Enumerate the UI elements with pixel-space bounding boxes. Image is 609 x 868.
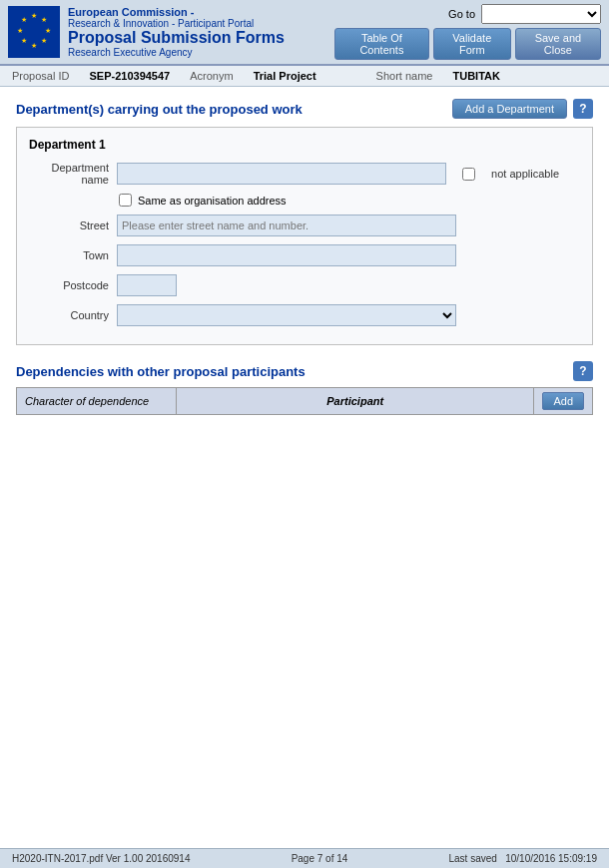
footer-last-saved-value: 10/10/2016 15:09:19 — [505, 853, 597, 864]
dependencies-title: Dependencies with other proposal partici… — [16, 364, 305, 379]
eu-flag-icon: ★ ★ ★ ★ ★ ★ ★ ★ — [8, 6, 60, 58]
save-and-close-button[interactable]: Save and Close — [515, 28, 601, 60]
svg-text:★: ★ — [45, 27, 51, 34]
dept1-title: Department 1 — [29, 138, 580, 152]
departments-help-button[interactable]: ? — [573, 99, 593, 119]
header-text: European Commission - Research & Innovat… — [60, 6, 334, 58]
street-input[interactable] — [117, 215, 456, 236]
proposal-info-bar: Proposal ID SEP-210394547 Acronym Trial … — [0, 66, 609, 87]
not-applicable-checkbox-group: not applicable — [462, 168, 559, 181]
header-right: Go to Table Of Contents Validate Form Sa… — [334, 4, 601, 60]
table-of-contents-button[interactable]: Table Of Contents — [334, 28, 429, 60]
header: ★ ★ ★ ★ ★ ★ ★ ★ European Commission - Re… — [0, 0, 609, 66]
postcode-input[interactable] — [117, 274, 177, 296]
dep-table-header-row: Character of dependence Participant Add — [17, 388, 593, 415]
add-col-header: Add — [534, 388, 593, 415]
proposal-id-value: SEP-210394547 — [89, 70, 170, 82]
dependencies-table: Character of dependence Participant Add — [16, 387, 593, 415]
dept-name-row: Department name not applicable — [29, 162, 580, 186]
dept-header-actions: Add a Department ? — [452, 99, 593, 119]
char-col-header: Character of dependence — [17, 388, 177, 415]
street-label: Street — [29, 219, 109, 231]
same-as-org-checkbox[interactable] — [119, 194, 132, 207]
dept-name-label: Department name — [29, 162, 109, 186]
dependencies-help-button[interactable]: ? — [573, 361, 593, 381]
add-department-button[interactable]: Add a Department — [452, 99, 567, 119]
footer-page-info: Page 7 of 14 — [292, 853, 348, 864]
departments-title: Department(s) carrying out the proposed … — [16, 102, 303, 117]
logo-area: ★ ★ ★ ★ ★ ★ ★ ★ — [8, 6, 60, 58]
postcode-label: Postcode — [29, 279, 109, 291]
country-label: Country — [29, 309, 109, 321]
same-as-org-row: Same as organisation address — [119, 194, 580, 207]
proposal-title: Proposal Submission Forms — [68, 29, 334, 47]
street-row: Street — [29, 215, 580, 236]
department-1-section: Department 1 Department name not applica… — [16, 127, 593, 345]
main-content: Department(s) carrying out the proposed … — [0, 87, 609, 427]
svg-text:★: ★ — [31, 12, 37, 19]
svg-text:★: ★ — [21, 37, 27, 44]
footer-pdf-info: H2020-ITN-2017.pdf Ver 1.00 20160914 — [12, 853, 190, 864]
country-select[interactable] — [117, 304, 456, 326]
not-applicable-checkbox[interactable] — [462, 168, 475, 181]
departments-header: Department(s) carrying out the proposed … — [16, 99, 593, 119]
proposal-id-label: Proposal ID — [12, 70, 69, 82]
svg-text:★: ★ — [41, 16, 47, 23]
svg-text:★: ★ — [21, 16, 27, 23]
town-row: Town — [29, 244, 580, 266]
short-name-value: TUBITAK — [452, 70, 499, 82]
acronym-value: Trial Project — [254, 70, 316, 82]
dependencies-header: Dependencies with other proposal partici… — [16, 361, 593, 381]
svg-text:★: ★ — [41, 37, 47, 44]
agency-label: Research Executive Agency — [68, 47, 334, 58]
validate-form-button[interactable]: Validate Form — [433, 28, 511, 60]
postcode-row: Postcode — [29, 274, 580, 296]
not-applicable-label: not applicable — [479, 168, 559, 180]
commission-line2: Research & Innovation - Participant Port… — [68, 18, 334, 29]
svg-text:★: ★ — [17, 27, 23, 34]
short-name-label: Short name — [376, 70, 433, 82]
goto-label: Go to — [448, 8, 475, 20]
same-as-org-label: Same as organisation address — [138, 195, 287, 207]
dept-name-input[interactable] — [117, 163, 446, 185]
commission-line1: European Commission - — [68, 6, 334, 18]
goto-row: Go to — [448, 4, 601, 24]
action-buttons: Table Of Contents Validate Form Save and… — [334, 28, 601, 60]
acronym-label: Acronym — [190, 70, 233, 82]
dependencies-section: Dependencies with other proposal partici… — [16, 361, 593, 415]
footer: H2020-ITN-2017.pdf Ver 1.00 20160914 Pag… — [0, 848, 609, 868]
goto-select[interactable] — [481, 4, 601, 24]
participant-col-header: Participant — [177, 388, 534, 415]
town-label: Town — [29, 249, 109, 261]
footer-last-saved-label: Last saved — [449, 853, 497, 864]
add-dependency-button[interactable]: Add — [542, 392, 584, 410]
footer-last-saved: Last saved 10/10/2016 15:09:19 — [449, 853, 597, 864]
country-row: Country — [29, 304, 580, 326]
town-input[interactable] — [117, 244, 456, 266]
svg-text:★: ★ — [31, 42, 37, 49]
